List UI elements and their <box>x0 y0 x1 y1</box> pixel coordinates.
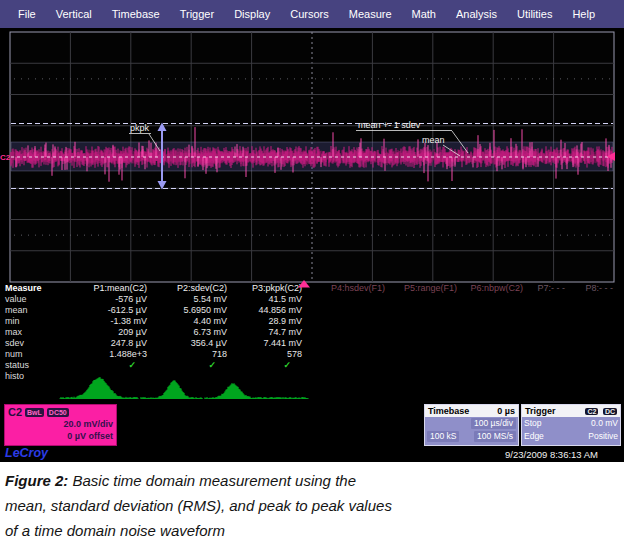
row-label-min: min <box>0 316 52 327</box>
mean-leader-line <box>443 145 460 156</box>
value-p3: 41.5 mV <box>232 294 307 305</box>
page: File Vertical Timebase Trigger Display C… <box>0 0 624 547</box>
caption-line-3: of a time domain noise waveform <box>5 518 619 543</box>
menu-display[interactable]: Display <box>224 8 280 20</box>
row-label-status: status <box>0 360 52 371</box>
status-check-p3-icon: ✓ <box>232 360 307 371</box>
menu-timebase[interactable]: Timebase <box>102 8 170 20</box>
menu-analysis[interactable]: Analysis <box>446 8 507 20</box>
param-header-p2[interactable]: P2:sdev(C2) <box>152 283 232 294</box>
timebase-descriptor[interactable]: Timebase 0 µs 100 µs/div 100 kS 100 MS/s <box>424 404 519 446</box>
trigger-mode: Stop <box>524 418 542 429</box>
mean-sdev-label: mean +- 1 sdev <box>358 120 421 130</box>
param-header-p4[interactable]: P4:hsdev(F1) <box>307 283 390 294</box>
caption-line-1: Basic time domain measurement using the <box>73 472 356 489</box>
mean-p3: 44.856 mV <box>232 305 307 316</box>
menu-cursors[interactable]: Cursors <box>280 8 339 20</box>
param-header-p8[interactable]: P8:- - - <box>570 283 618 294</box>
waveform-trace-c2 <box>11 127 612 182</box>
menu-trigger[interactable]: Trigger <box>170 8 224 20</box>
trigger-source-badge: C2 <box>585 408 598 415</box>
row-label-mean: mean <box>0 305 52 316</box>
sdev-p1: 247.8 µV <box>52 338 152 349</box>
max-p3: 74.7 mV <box>232 327 307 338</box>
histogram-icons <box>50 376 340 402</box>
coupling-badge: DC50 <box>47 408 69 417</box>
num-p2: 718 <box>152 349 232 360</box>
row-label-value: value <box>0 294 52 305</box>
menu-math[interactable]: Math <box>402 8 446 20</box>
timebase-rate: 100 MS/s <box>474 431 516 442</box>
trigger-slope: Positive <box>588 431 618 442</box>
mean-p1: -612.5 µV <box>52 305 152 316</box>
param-header-p7[interactable]: P7:- - - <box>528 283 570 294</box>
value-p2: 5.54 mV <box>152 294 232 305</box>
pkpk-leader-line <box>149 134 160 151</box>
status-check-p2-icon: ✓ <box>152 360 232 371</box>
channel-name: C2 <box>8 406 22 418</box>
trigger-title: Trigger <box>525 405 556 417</box>
value-p1: -576 µV <box>52 294 152 305</box>
timebase-samples: 100 kS <box>427 431 459 442</box>
param-header-p6[interactable]: P6:nbpw(C2) <box>462 283 528 294</box>
row-label-sdev: sdev <box>0 338 52 349</box>
menu-vertical[interactable]: Vertical <box>46 8 102 20</box>
c2-trace-marker: C2 <box>0 153 11 162</box>
figure-label: Figure 2: <box>5 472 68 489</box>
trigger-coupling-badge: DC <box>603 408 617 415</box>
param-header-p3[interactable]: P3:pkpk(C2) <box>232 283 307 294</box>
lecroy-logo: LeCroy <box>5 446 48 460</box>
timebase-title: Timebase <box>428 405 469 417</box>
timestamp: 9/23/2009 8:36:13 AM <box>505 449 598 460</box>
bandwidth-limit-badge: BwL <box>25 408 44 417</box>
timebase-scale: 100 µs/div <box>471 418 516 429</box>
trace-level-marker-icon <box>607 152 615 161</box>
menu-measure[interactable]: Measure <box>339 8 402 20</box>
oscilloscope-screen: File Vertical Timebase Trigger Display C… <box>0 0 624 462</box>
pkpk-label: pkpk <box>130 123 150 133</box>
status-check-p1-icon: ✓ <box>52 360 152 371</box>
trigger-descriptor[interactable]: Trigger C2 DC Stop 0.0 mV Edge Positive <box>521 404 621 446</box>
mean-sdev-band <box>11 142 613 171</box>
mean-label: mean <box>422 135 445 145</box>
num-p1: 1.488e+3 <box>52 349 152 360</box>
menu-bar: File Vertical Timebase Trigger Display C… <box>0 0 624 28</box>
measure-title: Measure <box>0 283 52 294</box>
trigger-type: Edge <box>524 431 544 442</box>
param-header-p5[interactable]: P5:range(F1) <box>390 283 462 294</box>
channel-c2-descriptor[interactable]: C2 BwL DC50 20.0 mV/div 0 µV offset <box>4 404 117 446</box>
menu-help[interactable]: Help <box>562 8 605 20</box>
timebase-delay: 0 µs <box>497 405 515 417</box>
num-p3: 578 <box>232 349 307 360</box>
param-header-p1[interactable]: P1:mean(C2) <box>52 283 152 294</box>
row-label-histo: histo <box>0 371 52 382</box>
pkpk-arrow <box>158 123 167 190</box>
caption-line-2: mean, standard deviation (RMS), and peak… <box>5 493 619 518</box>
graticule-grid <box>10 32 614 282</box>
channel-offset: 0 µV offset <box>8 430 113 442</box>
min-p2: 4.40 mV <box>152 316 232 327</box>
min-p1: -1.38 mV <box>52 316 152 327</box>
channel-scale: 20.0 mV/div <box>8 418 113 430</box>
menu-utilities[interactable]: Utilities <box>507 8 562 20</box>
sdev-p2: 356.4 µV <box>152 338 232 349</box>
row-label-max: max <box>0 327 52 338</box>
measure-table: Measure P1:mean(C2) P2:sdev(C2) P3:pkpk(… <box>0 283 624 382</box>
max-p1: 209 µV <box>52 327 152 338</box>
max-p2: 6.73 mV <box>152 327 232 338</box>
menu-file[interactable]: File <box>8 8 46 20</box>
mean-p2: 5.6950 mV <box>152 305 232 316</box>
min-p3: 28.9 mV <box>232 316 307 327</box>
mean-sdev-leader-line <box>452 131 468 153</box>
trigger-level: 0.0 mV <box>591 418 618 429</box>
row-label-num: num <box>0 349 52 360</box>
sdev-p3: 7.441 mV <box>232 338 307 349</box>
figure-caption: Figure 2: Basic time domain measurement … <box>0 462 624 547</box>
